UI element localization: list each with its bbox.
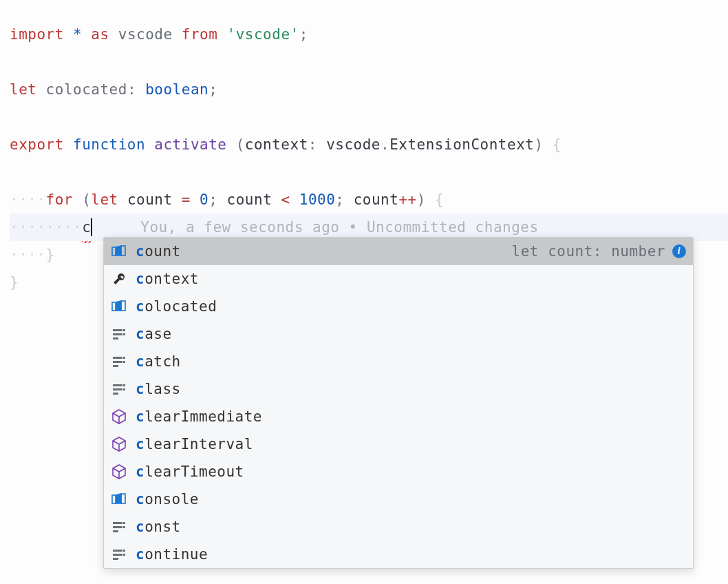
keyword-icon bbox=[111, 521, 127, 533]
svg-rect-1 bbox=[121, 246, 125, 255]
svg-rect-20 bbox=[121, 494, 125, 503]
number: 0 bbox=[200, 191, 208, 208]
code-line[interactable]: import * as vscode from 'vscode'; bbox=[10, 21, 728, 48]
rparen: ) bbox=[417, 191, 426, 208]
keyword-let: let bbox=[91, 191, 118, 208]
keyword-icon bbox=[111, 548, 127, 561]
star-token: * bbox=[73, 26, 82, 43]
dot: . bbox=[381, 136, 389, 153]
code-line[interactable]: ····for (let count = 0; count < 1000; co… bbox=[10, 186, 728, 213]
svg-rect-4 bbox=[113, 329, 122, 331]
code-line[interactable]: let colocated: boolean; bbox=[10, 76, 728, 103]
svg-rect-15 bbox=[113, 388, 122, 390]
suggestion-label: console bbox=[136, 491, 199, 508]
colon: : bbox=[127, 81, 136, 98]
colon: : bbox=[308, 136, 317, 153]
rparen: ) bbox=[534, 136, 543, 153]
suggestion-label: const bbox=[136, 519, 181, 535]
keyword-as: as bbox=[91, 26, 109, 43]
suggestion-label: continue bbox=[136, 546, 208, 563]
svg-rect-22 bbox=[113, 526, 122, 528]
whitespace: ···· bbox=[10, 191, 46, 208]
ident: count bbox=[354, 191, 399, 208]
brace: { bbox=[553, 136, 561, 153]
type-name: ExtensionContext bbox=[389, 136, 534, 153]
suggestion-item[interactable]: context bbox=[104, 265, 693, 293]
svg-rect-12 bbox=[123, 357, 125, 359]
svg-rect-28 bbox=[113, 558, 118, 560]
type: boolean bbox=[145, 81, 208, 98]
keyword-from: from bbox=[182, 26, 218, 43]
intellisense-widget[interactable]: countlet count: numbericontextcolocatedc… bbox=[103, 237, 694, 569]
param: context bbox=[245, 136, 308, 153]
keyword-export: export bbox=[10, 136, 64, 153]
suggestion-item[interactable]: const bbox=[104, 513, 693, 541]
svg-rect-6 bbox=[113, 337, 118, 340]
code-line[interactable] bbox=[10, 158, 728, 186]
whitespace: ········ bbox=[10, 213, 82, 241]
ident: colocated bbox=[46, 81, 127, 98]
suggestion-label: case bbox=[136, 326, 172, 342]
suggestion-label: class bbox=[136, 381, 181, 397]
eq: = bbox=[182, 191, 191, 208]
suggestion-item[interactable]: clearImmediate bbox=[104, 403, 693, 430]
svg-rect-14 bbox=[113, 384, 122, 386]
suggestion-label: clearImmediate bbox=[136, 408, 262, 425]
variable-icon bbox=[111, 493, 127, 505]
suggestion-item[interactable]: colocated bbox=[104, 293, 693, 320]
keyword-for: for bbox=[46, 191, 73, 208]
suggestion-item[interactable]: case bbox=[104, 320, 693, 348]
suggestion-item[interactable]: clearTimeout bbox=[104, 458, 693, 486]
svg-rect-26 bbox=[113, 550, 122, 552]
variable-icon bbox=[111, 300, 127, 313]
svg-rect-9 bbox=[113, 357, 122, 359]
svg-rect-29 bbox=[123, 550, 125, 552]
suggestion-item[interactable]: continue bbox=[104, 541, 693, 568]
ident: count bbox=[227, 191, 272, 208]
text-cursor bbox=[91, 218, 92, 236]
keyword-import: import bbox=[10, 26, 64, 43]
wrench-icon bbox=[111, 272, 127, 286]
svg-rect-25 bbox=[123, 526, 125, 528]
code-line[interactable] bbox=[10, 48, 728, 76]
variable-icon bbox=[111, 245, 127, 258]
suggestion-item[interactable]: clearInterval bbox=[104, 430, 693, 458]
svg-rect-18 bbox=[123, 388, 125, 390]
keyword-icon bbox=[111, 328, 127, 340]
suggestion-item[interactable]: console bbox=[104, 486, 693, 513]
suggestion-detail: let count: numberi bbox=[512, 243, 686, 260]
svg-rect-27 bbox=[113, 554, 122, 556]
suggestion-label: clearTimeout bbox=[136, 463, 244, 480]
whitespace: ···· bbox=[10, 247, 46, 263]
type-ns: vscode bbox=[326, 136, 381, 153]
suggestion-label: context bbox=[136, 271, 199, 287]
svg-rect-5 bbox=[113, 333, 122, 335]
alias-ident: vscode bbox=[118, 26, 173, 43]
svg-rect-2 bbox=[112, 302, 116, 311]
info-icon[interactable]: i bbox=[672, 244, 686, 258]
svg-rect-19 bbox=[112, 495, 116, 503]
function-name: activate bbox=[154, 136, 226, 153]
lt: < bbox=[281, 191, 290, 208]
inc: ++ bbox=[398, 191, 416, 208]
module-string: 'vscode' bbox=[227, 26, 299, 43]
suggestion-label: count bbox=[136, 243, 181, 260]
semicolon: ; bbox=[335, 191, 344, 208]
suggestion-item[interactable]: class bbox=[104, 375, 693, 403]
keyword-icon bbox=[111, 355, 127, 368]
semicolon: ; bbox=[208, 191, 217, 208]
code-line[interactable] bbox=[10, 103, 728, 131]
suggestion-label: colocated bbox=[136, 298, 217, 315]
svg-rect-8 bbox=[123, 333, 125, 335]
ident: count bbox=[127, 191, 173, 208]
semicolon: ; bbox=[299, 26, 308, 43]
brace: } bbox=[10, 274, 19, 291]
module-icon bbox=[111, 409, 127, 424]
svg-rect-13 bbox=[123, 361, 125, 363]
svg-rect-24 bbox=[123, 522, 125, 524]
brace: } bbox=[46, 247, 55, 263]
suggestion-item[interactable]: catch bbox=[104, 348, 693, 375]
semicolon: ; bbox=[208, 81, 217, 98]
suggestion-item[interactable]: countlet count: numberi bbox=[104, 238, 693, 265]
code-line[interactable]: export function activate (context: vscod… bbox=[10, 131, 728, 158]
